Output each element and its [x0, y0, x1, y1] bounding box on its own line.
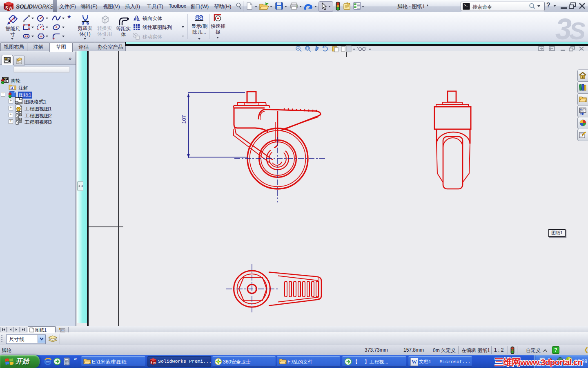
- svg-text:三维网www.3dportal.cn: 三维网www.3dportal.cn: [494, 357, 582, 367]
- svg-text:W: W: [153, 361, 156, 364]
- svg-text:107: 107: [181, 115, 187, 124]
- svg-text:S: S: [151, 361, 153, 364]
